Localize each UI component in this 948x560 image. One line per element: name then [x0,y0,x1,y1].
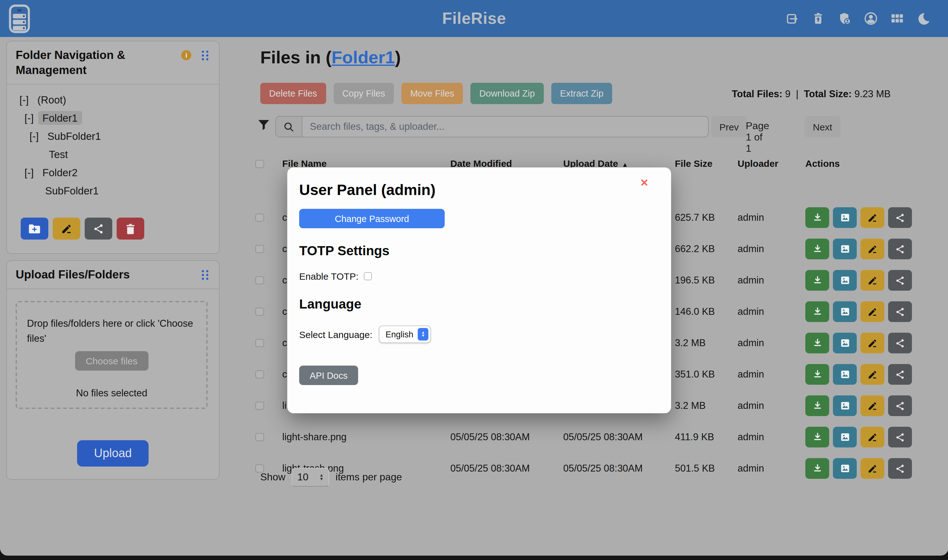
download-file-button[interactable] [805,302,829,322]
close-modal-button[interactable]: ✕ [636,177,652,189]
api-docs-button[interactable]: API Docs [299,366,358,385]
share-file-button[interactable] [888,458,912,479]
row-checkbox[interactable] [255,402,264,410]
user-panel-icon[interactable] [863,11,878,26]
language-select[interactable]: English ▲▼ [379,325,431,343]
share-file-button[interactable] [888,364,912,385]
total-size-value: 9.23 MB [854,88,891,99]
edit-file-button[interactable] [860,302,884,322]
download-file-button[interactable] [805,395,829,416]
search-input[interactable] [302,117,708,137]
edit-file-button[interactable] [860,333,884,353]
preview-file-button[interactable] [833,427,857,448]
row-checkbox[interactable] [255,276,264,285]
tree-folder-label[interactable]: (Root) [33,93,71,107]
share-file-button[interactable] [888,302,912,322]
preview-file-button[interactable] [833,395,857,416]
column-header[interactable]: Upload Date▲ [563,158,628,169]
next-page-button[interactable]: Next [805,116,840,137]
row-checkbox[interactable] [255,370,264,378]
download-file-button[interactable] [805,207,829,228]
admin-shield-icon[interactable] [837,11,852,26]
column-header[interactable]: Date Modified [450,158,512,169]
prev-page-button[interactable]: Prev [711,116,747,137]
items-per-page-select[interactable]: 10 ▲▼ [292,468,329,487]
share-file-button[interactable] [888,427,912,448]
file-size-cell: 3.2 MB [675,337,706,349]
dark-mode-icon[interactable] [916,11,931,26]
delete-files-button[interactable]: Delete Files [260,83,326,104]
share-file-button[interactable] [888,333,912,353]
download-zip-button[interactable]: Download Zip [470,83,543,104]
extract-zip-button[interactable]: Extract Zip [551,83,613,104]
download-file-button[interactable] [805,427,829,448]
download-icon [812,244,823,254]
tree-toggle[interactable]: [-] [25,167,34,178]
tree-folder-label[interactable]: SubFolder1 [41,184,103,197]
preview-file-button[interactable] [833,364,857,385]
tree-folder-label[interactable]: Folder2 [38,166,82,179]
edit-file-button[interactable] [860,207,884,228]
download-file-button[interactable] [805,458,829,479]
share-file-button[interactable] [888,207,912,228]
share-file-button[interactable] [888,238,912,259]
tree-folder-label[interactable]: SubFolder1 [43,129,105,143]
upload-button[interactable]: Upload [77,440,149,466]
download-file-button[interactable] [805,333,829,353]
delete-folder-button[interactable] [117,218,144,240]
upload-dropzone[interactable]: Drop files/folders here or click 'Choose… [16,301,208,409]
info-icon[interactable]: i [181,50,191,60]
column-header[interactable]: Actions [805,158,840,169]
download-file-button[interactable] [805,270,829,291]
preview-file-button[interactable] [833,207,857,228]
column-header[interactable]: Uploader [737,158,778,169]
column-header[interactable]: File Name [282,158,327,169]
current-folder-link[interactable]: Folder1 [331,48,395,67]
column-header[interactable]: File Size [675,158,713,169]
drag-handle-icon[interactable] [201,270,209,283]
edit-file-button[interactable] [860,427,884,448]
copy-files-button[interactable]: Copy Files [333,83,394,104]
preview-file-button[interactable] [833,302,857,322]
row-checkbox[interactable] [255,308,264,316]
upload-panel-header: Upload Files/Folders [7,261,219,289]
row-checkbox[interactable] [255,245,264,253]
share-folder-button[interactable] [85,218,112,240]
trash-restore-icon[interactable] [811,11,825,26]
share-file-button[interactable] [888,395,912,416]
preview-file-button[interactable] [833,270,857,291]
tree-folder-label[interactable]: Test [45,148,72,161]
edit-file-button[interactable] [860,270,884,291]
choose-files-button[interactable]: Choose files [75,351,148,371]
server-logo-button[interactable] [9,5,30,33]
preview-file-button[interactable] [833,458,857,479]
drag-handle-icon[interactable] [201,50,209,63]
create-folder-button[interactable] [21,218,48,240]
download-file-button[interactable] [805,238,829,259]
filter-icon[interactable] [258,119,270,134]
select-language-label: Select Language: [299,329,372,340]
view-grid-icon[interactable] [890,11,904,26]
move-files-button[interactable]: Move Files [402,83,463,104]
edit-file-button[interactable] [860,364,884,385]
edit-file-button[interactable] [860,238,884,259]
preview-file-button[interactable] [833,333,857,353]
tree-toggle[interactable]: [-] [25,112,34,123]
logout-icon[interactable] [785,11,799,26]
row-checkbox[interactable] [255,433,264,441]
edit-file-button[interactable] [860,395,884,416]
rename-folder-button[interactable] [53,218,80,240]
row-checkbox[interactable] [255,214,264,222]
tree-toggle[interactable]: [-] [20,94,29,105]
change-password-button[interactable]: Change Password [299,209,445,228]
tree-folder-label[interactable]: Folder1 [38,111,82,125]
tree-toggle[interactable]: [-] [29,131,38,142]
edit-file-button[interactable] [860,458,884,479]
row-checkbox[interactable] [255,339,264,347]
share-file-button[interactable] [888,270,912,291]
preview-file-button[interactable] [833,238,857,259]
download-file-button[interactable] [805,364,829,385]
share-icon [93,223,104,234]
select-all-checkbox[interactable] [255,160,264,168]
enable-totp-checkbox[interactable] [363,272,372,280]
